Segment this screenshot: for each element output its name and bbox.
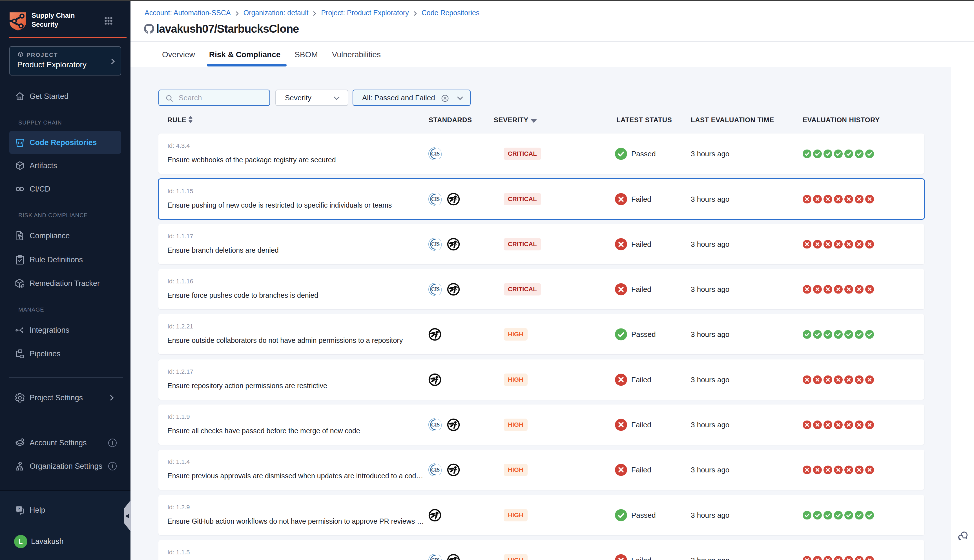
svg-text:CIS: CIS: [431, 422, 440, 428]
svg-text:CIS: CIS: [431, 196, 440, 202]
svg-text:CIS: CIS: [431, 557, 440, 560]
svg-text:?: ?: [18, 507, 20, 511]
svg-text:CIS: CIS: [431, 287, 440, 292]
svg-text:CIS: CIS: [431, 242, 440, 247]
svg-text:CIS: CIS: [431, 467, 440, 473]
svg-text:CIS: CIS: [431, 151, 440, 157]
